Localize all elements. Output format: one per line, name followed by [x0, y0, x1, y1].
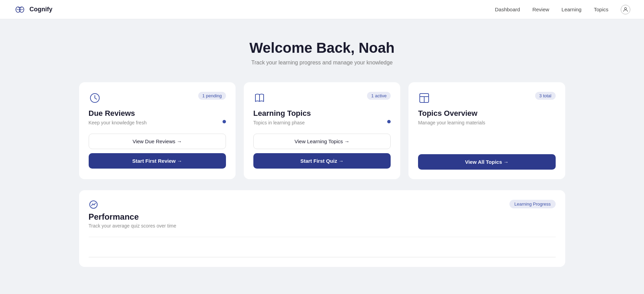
cards-row: 1 pending Due Reviews Keep your knowledg… [79, 82, 565, 179]
chart-icon [89, 200, 98, 209]
learning-topics-subtitle: Topics in learning phase [253, 120, 391, 125]
topics-overview-subtitle: Manage your learning materials [418, 120, 555, 125]
card-topics-overview-header: 3 total [418, 92, 555, 104]
card-due-reviews-header: 1 pending [89, 92, 226, 104]
performance-subtitle: Track your average quiz scores over time [89, 223, 556, 229]
performance-section: Learning Progress Performance Track your… [79, 190, 565, 267]
navbar: Cognify Dashboard Review Learning Topics [0, 0, 644, 19]
hero-subtitle: Track your learning progress and manage … [79, 60, 565, 66]
learning-topics-badge: 1 active [367, 92, 391, 100]
card-learning-topics: 1 active Learning Topics Topics in learn… [244, 82, 400, 179]
hero-title: Welcome Back, Noah [79, 40, 565, 56]
brain-icon [14, 3, 26, 16]
nav-learning[interactable]: Learning [561, 7, 581, 12]
user-avatar-icon[interactable] [621, 5, 630, 14]
view-learning-topics-button[interactable]: View Learning Topics → [253, 134, 391, 149]
performance-badge: Learning Progress [509, 200, 555, 208]
layout-icon [418, 92, 430, 104]
hero-section: Welcome Back, Noah Track your learning p… [79, 40, 565, 66]
topics-overview-title: Topics Overview [418, 109, 555, 118]
card-due-reviews: 1 pending Due Reviews Keep your knowledg… [79, 82, 236, 179]
brand: Cognify [14, 3, 52, 16]
due-reviews-dot [223, 120, 226, 123]
nav-review[interactable]: Review [532, 7, 549, 12]
due-reviews-subtitle: Keep your knowledge fresh [89, 120, 226, 125]
performance-title: Performance [89, 212, 556, 222]
performance-header: Learning Progress [89, 200, 556, 209]
learning-topics-title: Learning Topics [253, 109, 391, 118]
brand-name: Cognify [29, 6, 52, 13]
performance-chart-area [89, 237, 556, 257]
card-topics-overview: 3 total Topics Overview Manage your lear… [408, 82, 565, 179]
clock-icon [89, 92, 101, 104]
start-first-review-button[interactable]: Start First Review → [89, 153, 226, 169]
card-learning-topics-header: 1 active [253, 92, 391, 104]
main-content: Welcome Back, Noah Track your learning p… [65, 19, 579, 281]
nav-topics[interactable]: Topics [594, 7, 608, 12]
chart-baseline [89, 257, 556, 257]
topics-overview-badge: 3 total [535, 92, 555, 100]
due-reviews-title: Due Reviews [89, 109, 226, 118]
book-icon [253, 92, 266, 104]
svg-point-3 [624, 8, 627, 10]
nav-dashboard[interactable]: Dashboard [495, 7, 520, 12]
due-reviews-badge: 1 pending [198, 92, 226, 100]
view-due-reviews-button[interactable]: View Due Reviews → [89, 134, 226, 149]
navbar-links: Dashboard Review Learning Topics [495, 5, 631, 14]
view-all-topics-button[interactable]: View All Topics → [418, 154, 555, 170]
start-first-quiz-button[interactable]: Start First Quiz → [253, 153, 391, 169]
